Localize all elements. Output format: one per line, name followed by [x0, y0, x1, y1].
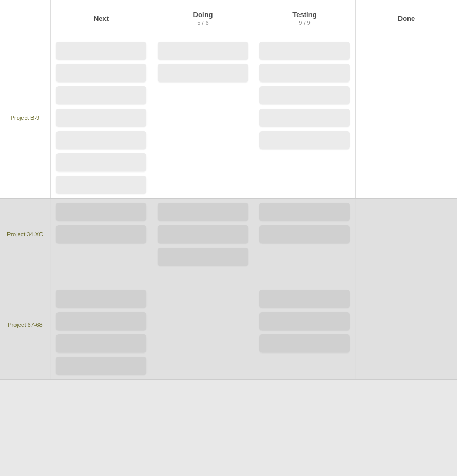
header-testing-col: Testing 9 / 9	[254, 0, 356, 37]
card[interactable]	[56, 290, 146, 308]
card[interactable]	[158, 248, 248, 266]
card[interactable]	[56, 203, 146, 221]
card[interactable]	[259, 334, 350, 352]
project-67-68-done-col	[356, 270, 457, 379]
card[interactable]	[259, 225, 350, 243]
project-b9-testing-col	[254, 37, 356, 198]
project-67-68-label: Project 67-68	[0, 270, 51, 379]
project-row-b9: Project B-9	[0, 37, 457, 199]
project-34xc-next-col	[51, 199, 152, 270]
card[interactable]	[259, 64, 350, 82]
card[interactable]	[56, 334, 146, 352]
card[interactable]	[259, 203, 350, 221]
card[interactable]	[56, 176, 146, 194]
project-34xc-done-col	[356, 199, 457, 270]
done-column-title: Done	[398, 14, 415, 22]
card[interactable]	[259, 290, 350, 308]
card[interactable]	[158, 225, 248, 243]
card[interactable]	[259, 312, 350, 330]
card[interactable]	[56, 109, 146, 127]
project-row-34xc: Project 34.XC	[0, 199, 457, 270]
card[interactable]	[259, 86, 350, 104]
testing-column-title: Testing	[292, 11, 316, 19]
card[interactable]	[158, 64, 248, 82]
card[interactable]	[56, 131, 146, 149]
card[interactable]	[56, 357, 146, 375]
card[interactable]	[56, 225, 146, 243]
card[interactable]	[259, 109, 350, 127]
card[interactable]	[259, 131, 350, 149]
card[interactable]	[56, 42, 146, 60]
card[interactable]	[56, 64, 146, 82]
header-row: Next Doing 5 / 6 Testing 9 / 9 Done	[0, 0, 457, 37]
project-b9-label: Project B-9	[0, 37, 51, 198]
project-67-68-testing-col	[254, 270, 356, 379]
card[interactable]	[56, 312, 146, 330]
card[interactable]	[259, 42, 350, 60]
testing-column-count: 9 / 9	[299, 20, 310, 26]
card[interactable]	[158, 42, 248, 60]
kanban-board: Next Doing 5 / 6 Testing 9 / 9 Done Proj…	[0, 0, 457, 380]
header-next-col: Next	[51, 0, 152, 37]
project-b9-next-col	[51, 37, 152, 198]
card[interactable]	[56, 86, 146, 104]
header-doing-col: Doing 5 / 6	[152, 0, 254, 37]
project-67-68-doing-col	[152, 270, 254, 379]
doing-column-count: 5 / 6	[197, 20, 208, 26]
project-67-68-next-col	[51, 270, 152, 379]
project-row-67-68: Project 67-68	[0, 270, 457, 380]
project-b9-doing-col	[152, 37, 254, 198]
card[interactable]	[158, 203, 248, 221]
header-label-col	[0, 0, 51, 37]
next-column-title: Next	[94, 14, 109, 22]
project-b9-done-col	[356, 37, 457, 198]
card[interactable]	[56, 153, 146, 171]
header-done-col: Done	[356, 0, 457, 37]
project-34xc-testing-col	[254, 199, 356, 270]
project-34xc-label: Project 34.XC	[0, 199, 51, 270]
project-34xc-doing-col	[152, 199, 254, 270]
doing-column-title: Doing	[193, 11, 213, 19]
